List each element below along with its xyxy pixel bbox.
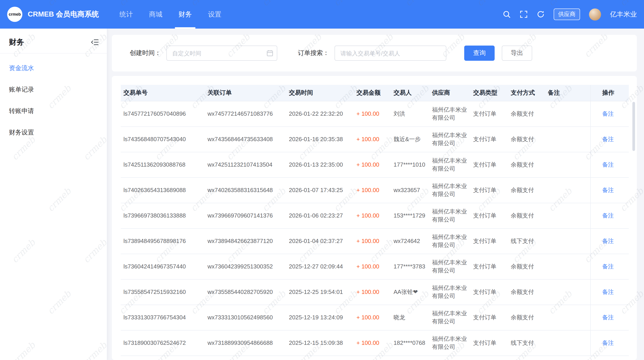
nav-item-settings[interactable]: 设置	[200, 0, 230, 29]
cell-amount: + 100.00	[354, 101, 391, 126]
refresh-icon[interactable]	[537, 10, 545, 18]
app-root: crmebcrmebcrmebcrmebcrmebcrmebcrmebcrmeb…	[0, 0, 644, 360]
column-header-6: 供应商	[429, 85, 470, 101]
table-row: ls736042414967357440wx736042399251300352…	[121, 254, 629, 279]
cell-time: 2025-12-25 19:54:01	[286, 279, 354, 305]
sidebar-item-transfer-request[interactable]: 转账申请	[0, 100, 107, 122]
cell-trade_no: ls742511362093088768	[121, 152, 205, 177]
cell-supplier: 福州亿丰米业有限公司	[429, 177, 470, 203]
cell-action: 备注	[590, 228, 629, 254]
cell-order_no: wx733313010562498560	[205, 305, 286, 330]
nav-item-finance[interactable]: 财务	[170, 0, 200, 29]
cell-trade_no: ls740263654313689088	[121, 177, 205, 203]
nav-item-mall[interactable]: 商城	[141, 0, 170, 29]
cell-time: 2025-12-15 15:09:38	[286, 330, 354, 356]
cell-pay: 余额支付	[508, 101, 545, 126]
table-row: ls733313037766754304wx733313010562498560…	[121, 305, 629, 330]
cell-amount: + 100.00	[354, 254, 391, 279]
cell-pay: 线下支付	[508, 330, 545, 356]
fullscreen-icon[interactable]	[520, 10, 528, 18]
cell-remark	[545, 126, 590, 152]
cell-pay: 余额支付	[508, 126, 545, 152]
cell-trader: 177****3783	[391, 254, 429, 279]
cell-time: 2026-01-22 22:32:20	[286, 101, 354, 126]
scrollbar-thumb[interactable]	[632, 102, 635, 151]
cell-order_no: wx740263588316315648	[205, 177, 286, 203]
date-input[interactable]	[166, 45, 277, 61]
page-body: 财务 资金流水 账单记录 转账申请 财务设置 创建时间：	[0, 29, 644, 360]
remark-action-link[interactable]: 备注	[602, 288, 614, 295]
remark-action-link[interactable]: 备注	[602, 237, 614, 244]
remark-action-link[interactable]: 备注	[602, 186, 614, 193]
column-header-4: 交易金额	[354, 85, 391, 101]
order-search-input[interactable]	[334, 45, 446, 61]
cell-time: 2026-01-07 17:43:25	[286, 177, 354, 203]
sidebar-item-capital-flow[interactable]: 资金流水	[0, 57, 107, 79]
order-search-filter: 订单搜索：	[298, 45, 446, 61]
remark-action-link[interactable]: 备注	[602, 263, 614, 270]
user-avatar[interactable]	[589, 8, 601, 20]
cell-trader: 177****1010	[391, 152, 429, 177]
cell-time: 2025-12-19 13:24:09	[286, 305, 354, 330]
cell-amount: + 100.00	[354, 126, 391, 152]
app-title: CRMEB 会员电商系统	[28, 9, 99, 19]
export-button[interactable]: 导出	[502, 45, 532, 61]
supplier-badge[interactable]: 供应商	[554, 8, 580, 20]
search-icon[interactable]	[503, 10, 511, 18]
navbar-left: crmeb CRMEB 会员电商系统 统计 商城 财务 设置	[7, 0, 230, 29]
table-scrollbar[interactable]	[632, 102, 635, 360]
cell-order_no: wx739669709607141376	[205, 203, 286, 228]
top-navbar: crmeb CRMEB 会员电商系统 统计 商城 财务 设置 供应商 亿丰米业	[0, 0, 644, 29]
cell-trader: wx724642	[391, 228, 429, 254]
cell-action: 备注	[590, 254, 629, 279]
cell-type: 支付订单	[470, 177, 508, 203]
remark-action-link[interactable]: 备注	[602, 212, 614, 219]
cell-time: 2025-12-27 02:09:44	[286, 254, 354, 279]
cell-order_no: wx731889930954866688	[205, 330, 286, 356]
main-content: 创建时间： 订单搜索： 查询 导出	[107, 29, 644, 360]
table-row: ls740263654313689088wx740263588316315648…	[121, 177, 629, 203]
cell-trade_no: ls738948495678898176	[121, 228, 205, 254]
table-row: ls731890030762524672wx731889930954866688…	[121, 330, 629, 356]
user-name[interactable]: 亿丰米业	[610, 10, 637, 18]
remark-action-link[interactable]: 备注	[602, 314, 614, 321]
cell-remark	[545, 152, 590, 177]
cell-trader: 刘洪	[391, 101, 429, 126]
cell-amount: + 100.00	[354, 279, 391, 305]
cell-order_no: wx742511232107413504	[205, 152, 286, 177]
cell-trade_no: ls745772176057040896	[121, 101, 205, 126]
column-header-10: 操作	[590, 85, 629, 101]
cell-pay: 余额支付	[508, 203, 545, 228]
column-header-3: 交易时间	[286, 85, 354, 101]
cell-supplier: 福州亿丰米业有限公司	[429, 126, 470, 152]
cell-amount: + 100.00	[354, 305, 391, 330]
sidebar-item-finance-settings[interactable]: 财务设置	[0, 122, 107, 143]
cell-supplier: 福州亿丰米业有限公司	[429, 279, 470, 305]
cell-type: 支付订单	[470, 101, 508, 126]
cell-action: 备注	[590, 330, 629, 356]
cell-type: 支付订单	[470, 152, 508, 177]
cell-action: 备注	[590, 126, 629, 152]
nav-item-statistics[interactable]: 统计	[111, 0, 141, 29]
cell-amount: + 100.00	[354, 203, 391, 228]
cell-pay: 余额支付	[508, 254, 545, 279]
cell-action: 备注	[590, 177, 629, 203]
cell-remark	[545, 177, 590, 203]
cell-pay: 余额支付	[508, 152, 545, 177]
sidebar-item-bill-records[interactable]: 账单记录	[0, 79, 107, 100]
cell-time: 2026-01-06 02:23:27	[286, 203, 354, 228]
remark-action-link[interactable]: 备注	[602, 161, 614, 168]
cell-trader: AA张铨❤	[391, 279, 429, 305]
cell-order_no: wx738948426623877120	[205, 228, 286, 254]
remark-action-link[interactable]: 备注	[602, 339, 614, 346]
remark-action-link[interactable]: 备注	[602, 136, 614, 142]
collapse-menu-icon[interactable]	[91, 39, 99, 45]
date-range-picker[interactable]	[166, 45, 277, 61]
cell-remark	[545, 279, 590, 305]
cell-amount: + 100.00	[354, 152, 391, 177]
cell-action: 备注	[590, 203, 629, 228]
query-button[interactable]: 查询	[464, 45, 495, 61]
remark-action-link[interactable]: 备注	[602, 110, 614, 117]
cell-type: 支付订单	[470, 126, 508, 152]
table-row: ls738948495678898176wx738948426623877120…	[121, 228, 629, 254]
